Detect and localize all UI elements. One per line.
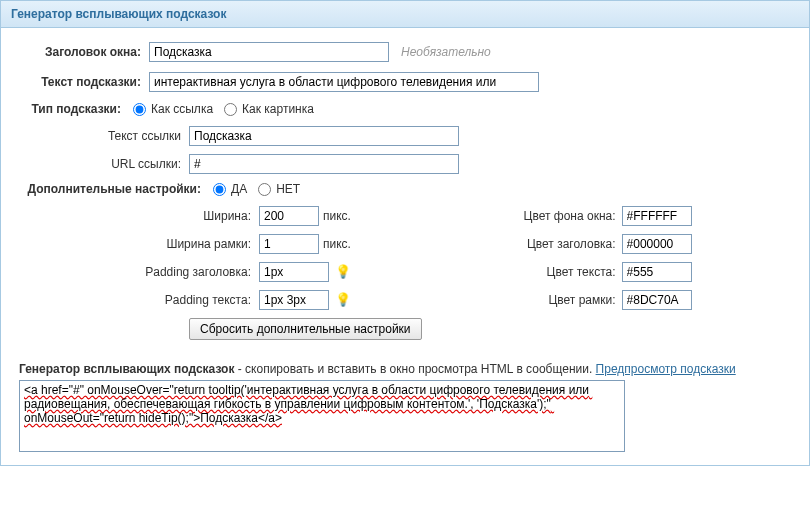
advanced-yes-label: ДА bbox=[231, 182, 247, 196]
border-width-unit: пикс. bbox=[323, 237, 351, 251]
tooltip-text-label: Текст подсказки: bbox=[19, 75, 149, 89]
link-text-label: Текст ссылки bbox=[19, 129, 189, 143]
link-text-input[interactable] bbox=[189, 126, 459, 146]
link-url-input[interactable] bbox=[189, 154, 459, 174]
window-title-input[interactable] bbox=[149, 42, 389, 62]
border-color-label: Цвет рамки: bbox=[482, 293, 622, 307]
width-label: Ширина: bbox=[19, 209, 259, 223]
optional-label: Необязательно bbox=[401, 45, 491, 59]
width-unit: пикс. bbox=[323, 209, 351, 223]
advanced-radio-no[interactable] bbox=[258, 183, 271, 196]
type-radio-image[interactable] bbox=[224, 103, 237, 116]
advanced-label: Дополнительные настройки: bbox=[19, 182, 209, 196]
tooltip-type-label: Тип подсказки: bbox=[19, 102, 129, 116]
bulb-icon[interactable]: 💡 bbox=[335, 265, 349, 279]
advanced-no-label: НЕТ bbox=[276, 182, 300, 196]
reset-button[interactable]: Сбросить дополнительные настройки bbox=[189, 318, 422, 340]
code-output[interactable] bbox=[19, 380, 625, 452]
title-color-input[interactable] bbox=[622, 234, 692, 254]
type-radio-image-label: Как картинка bbox=[242, 102, 314, 116]
text-color-label: Цвет текста: bbox=[482, 265, 622, 279]
footer-rest: - скопировать и вставить в окно просмотр… bbox=[234, 362, 595, 376]
bg-color-label: Цвет фона окна: bbox=[482, 209, 622, 223]
padding-text-input[interactable] bbox=[259, 290, 329, 310]
padding-title-label: Padding заголовка: bbox=[19, 265, 259, 279]
type-radio-link[interactable] bbox=[133, 103, 146, 116]
border-width-label: Ширина рамки: bbox=[19, 237, 259, 251]
preview-link[interactable]: Предпросмотр подсказки bbox=[596, 362, 736, 376]
link-url-label: URL ссылки: bbox=[19, 157, 189, 171]
tooltip-text-input[interactable] bbox=[149, 72, 539, 92]
text-color-input[interactable] bbox=[622, 262, 692, 282]
advanced-radio-yes[interactable] bbox=[213, 183, 226, 196]
padding-text-label: Padding текста: bbox=[19, 293, 259, 307]
bg-color-input[interactable] bbox=[622, 206, 692, 226]
border-width-input[interactable] bbox=[259, 234, 319, 254]
panel-title: Генератор всплывающих подсказок bbox=[1, 1, 809, 28]
title-color-label: Цвет заголовка: bbox=[482, 237, 622, 251]
window-title-label: Заголовок окна: bbox=[19, 45, 149, 59]
border-color-input[interactable] bbox=[622, 290, 692, 310]
bulb-icon[interactable]: 💡 bbox=[335, 293, 349, 307]
width-input[interactable] bbox=[259, 206, 319, 226]
footer-bold: Генератор всплывающих подсказок bbox=[19, 362, 234, 376]
type-radio-link-label: Как ссылка bbox=[151, 102, 213, 116]
padding-title-input[interactable] bbox=[259, 262, 329, 282]
